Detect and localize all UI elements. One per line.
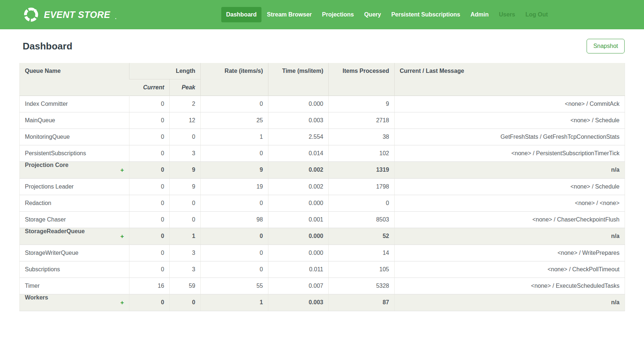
time-cell: 0.000 <box>268 96 329 112</box>
length-peak-cell: 0 <box>170 294 201 311</box>
expand-plus-icon[interactable]: + <box>120 228 124 245</box>
items-processed-cell: 0 <box>329 195 395 211</box>
time-cell: 0.003 <box>268 112 329 129</box>
queue-name-cell: Storage Chaser <box>20 211 129 228</box>
queue-name: Subscriptions <box>25 266 60 272</box>
message-cell: <none> / ExecuteScheduledTasks <box>395 278 625 294</box>
queue-name-cell: Subscriptions <box>20 261 129 278</box>
brand: EVENT STORE. <box>23 6 116 23</box>
nav-item-dashboard[interactable]: Dashboard <box>221 7 261 22</box>
queue-name: Storage Chaser <box>25 216 66 223</box>
length-peak-cell: 3 <box>170 145 201 161</box>
queue-table-body: Index Committer0200.0009<none> / CommitA… <box>20 96 625 311</box>
queue-name-cell: +Projection Core <box>20 161 129 178</box>
brand-name: EVENT STORE <box>44 10 110 20</box>
items-processed-cell: 105 <box>329 261 395 278</box>
queue-name: Index Committer <box>25 101 68 107</box>
queue-name: Projection Core <box>25 162 68 168</box>
items-processed-cell: 9 <box>329 96 395 112</box>
items-processed-cell: 87 <box>329 294 395 311</box>
time-cell: 0.011 <box>268 261 329 278</box>
column-header-queue-name: Queue Name <box>20 63 129 96</box>
queue-name-cell: +Workers <box>20 294 129 311</box>
queue-group-row: +Projection Core0990.0021319n/a <box>20 161 625 178</box>
items-processed-cell: 1319 <box>329 161 395 178</box>
length-peak-cell: 3 <box>170 261 201 278</box>
length-peak-cell: 9 <box>170 178 201 195</box>
queue-row: PersistentSubscriptions0300.014102<none>… <box>20 145 625 161</box>
queue-row: Redaction0000.0000<none> / <none> <box>20 195 625 211</box>
length-peak-cell: 12 <box>170 112 201 129</box>
time-cell: 0.001 <box>268 211 329 228</box>
column-header-message: Current / Last Message <box>395 63 625 96</box>
time-cell: 0.007 <box>268 278 329 294</box>
expand-plus-icon[interactable]: + <box>120 162 124 178</box>
rate-cell: 55 <box>201 278 268 294</box>
time-cell: 0.002 <box>268 161 329 178</box>
length-current-cell: 0 <box>129 261 170 278</box>
queue-name: StorageWriterQueue <box>25 250 78 256</box>
queue-name-cell: Index Committer <box>20 96 129 112</box>
message-cell: <none> / ChaserCheckpointFlush <box>395 211 625 228</box>
items-processed-cell: 8503 <box>329 211 395 228</box>
queue-name: Workers <box>25 294 48 301</box>
expand-plus-icon[interactable]: + <box>120 294 124 311</box>
nav-item-log-out[interactable]: Log Out <box>521 7 553 22</box>
rate-cell: 0 <box>201 261 268 278</box>
queue-name: Projections Leader <box>25 183 74 190</box>
time-cell: 0.000 <box>268 228 329 245</box>
message-cell: <none> / Schedule <box>395 112 625 129</box>
length-current-cell: 0 <box>129 161 170 178</box>
message-cell: <none> / Schedule <box>395 178 625 195</box>
items-processed-cell: 2718 <box>329 112 395 129</box>
length-current-cell: 16 <box>129 278 170 294</box>
items-processed-cell: 14 <box>329 245 395 261</box>
length-peak-cell: 0 <box>170 129 201 145</box>
queue-name-cell: StorageWriterQueue <box>20 245 129 261</box>
brand-dot: . <box>115 14 116 20</box>
length-current-cell: 0 <box>129 211 170 228</box>
queue-row: Storage Chaser00980.0018503<none> / Chas… <box>20 211 625 228</box>
nav-item-persistent-subscriptions[interactable]: Persistent Subscriptions <box>387 7 465 22</box>
snapshot-button[interactable]: Snapshot <box>587 39 625 53</box>
rate-cell: 0 <box>201 145 268 161</box>
queue-group-row: +Workers0010.00387n/a <box>20 294 625 311</box>
time-cell: 0.002 <box>268 178 329 195</box>
time-cell: 0.000 <box>268 195 329 211</box>
queue-name: StorageReaderQueue <box>25 228 85 234</box>
dashboard-page: Dashboard Snapshot Queue Name Length Rat… <box>0 29 644 311</box>
queue-row: Index Committer0200.0009<none> / CommitA… <box>20 96 625 112</box>
queue-name: MainQueue <box>25 117 55 123</box>
queue-name-cell: MainQueue <box>20 112 129 129</box>
queue-row: Timer1659550.0075328<none> / ExecuteSche… <box>20 278 625 294</box>
length-peak-cell: 3 <box>170 245 201 261</box>
nav-item-users[interactable]: Users <box>494 7 520 22</box>
queue-row: Subscriptions0300.011105<none> / CheckPo… <box>20 261 625 278</box>
length-peak-cell: 9 <box>170 161 201 178</box>
nav-item-projections[interactable]: Projections <box>317 7 359 22</box>
column-header-items-processed: Items Processed <box>329 63 395 96</box>
length-current-cell: 0 <box>129 145 170 161</box>
message-cell: <none> / <none> <box>395 195 625 211</box>
queue-name-cell: +StorageReaderQueue <box>20 228 129 245</box>
nav-item-query[interactable]: Query <box>359 7 386 22</box>
main-nav: DashboardStream BrowserProjectionsQueryP… <box>221 7 553 22</box>
event-store-logo-icon <box>23 6 39 23</box>
length-peak-cell: 1 <box>170 228 201 245</box>
length-current-cell: 0 <box>129 178 170 195</box>
rate-cell: 0 <box>201 228 268 245</box>
message-cell: n/a <box>395 294 625 311</box>
queue-table: Queue Name Length Rate (items/s) Time (m… <box>19 63 625 311</box>
queue-name-cell: Projections Leader <box>20 178 129 195</box>
length-peak-cell: 59 <box>170 278 201 294</box>
rate-cell: 1 <box>201 129 268 145</box>
nav-item-admin[interactable]: Admin <box>466 7 493 22</box>
column-header-peak: Peak <box>170 79 201 96</box>
message-cell: <none> / WritePrepares <box>395 245 625 261</box>
message-cell: <none> / CommitAck <box>395 96 625 112</box>
time-cell: 0.014 <box>268 145 329 161</box>
rate-cell: 0 <box>201 195 268 211</box>
nav-item-stream-browser[interactable]: Stream Browser <box>262 7 317 22</box>
queue-name: MonitoringQueue <box>25 134 70 140</box>
column-header-length: Length <box>129 63 201 79</box>
